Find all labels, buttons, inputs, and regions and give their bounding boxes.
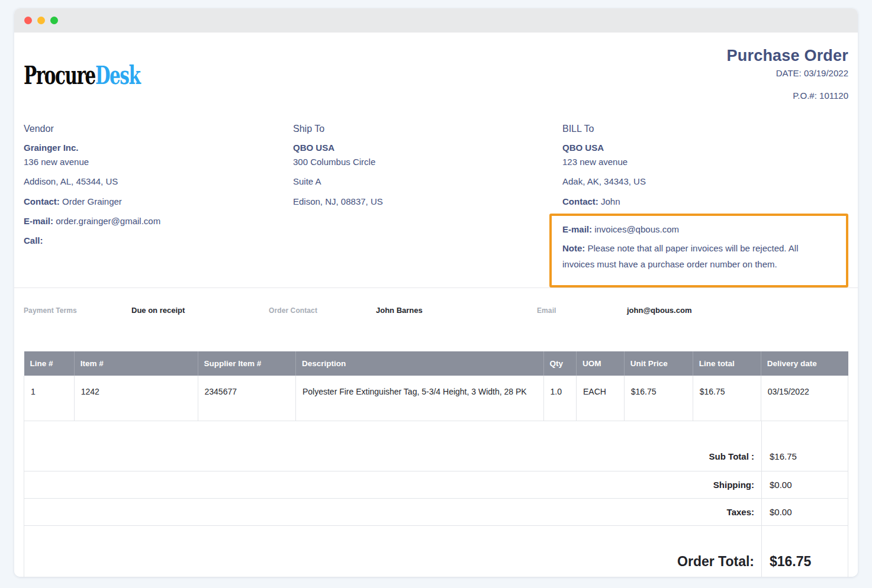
subtotal-value: $16.75 — [761, 421, 848, 471]
vendor-email-value: order.grainger@gmail.com — [56, 216, 160, 226]
vendor-contact: Contact: Order Grainger — [24, 195, 293, 209]
column-header-item: Item # — [74, 351, 198, 376]
taxes-label: Taxes: — [24, 499, 761, 525]
column-header-supplier-item: Supplier Item # — [198, 351, 295, 376]
ship-to-address-line2: Suite A — [293, 175, 562, 189]
order-contact-value: John Barnes — [376, 306, 537, 315]
shipping-value: $0.00 — [761, 471, 848, 498]
column-header-uom: UOM — [577, 351, 625, 376]
bill-to-contact-value: John — [601, 196, 620, 206]
vendor-email-label: E-mail: — [24, 216, 53, 226]
document-header: ProcureDesk Purchase Order DATE: 03/19/2… — [24, 47, 848, 118]
bill-to-heading: BILL To — [562, 122, 848, 135]
page-title: Purchase Order — [727, 47, 848, 65]
vendor-address-line1: 136 new avenue — [24, 155, 293, 169]
ship-to-address-line3: Edison, NJ, 08837, US — [293, 195, 562, 209]
po-title-block: Purchase Order DATE: 03/19/2022 P.O.#: 1… — [727, 47, 848, 101]
close-window-button[interactable] — [24, 17, 32, 24]
window-titlebar — [14, 8, 858, 33]
table-header-row: Line # Item # Supplier Item # Descriptio… — [24, 351, 848, 376]
vendor-call-label: Call: — [24, 235, 43, 245]
cell-uom: EACH — [577, 376, 625, 421]
cell-line-number: 1 — [24, 376, 75, 421]
payment-terms-label: Payment Terms — [24, 306, 131, 315]
invoice-note: Note: Please note that all paper invoice… — [562, 240, 832, 272]
bill-to-address-line1: 123 new avenue — [562, 155, 848, 169]
column-header-unit-price: Unit Price — [624, 351, 693, 376]
maximize-window-button[interactable] — [50, 17, 58, 24]
minimize-window-button[interactable] — [37, 17, 45, 24]
vendor-address-line2: Addison, AL, 45344, US — [24, 175, 293, 189]
order-meta-row: Payment Terms Due on receipt Order Conta… — [24, 306, 848, 315]
invoice-note-highlight-box: E-mail: invoices@qbous.com Note: Please … — [549, 214, 848, 287]
bill-to-contact-label: Contact: — [562, 196, 599, 206]
app-window: ProcureDesk Purchase Order DATE: 03/19/2… — [14, 8, 858, 577]
order-email-value: john@qbous.com — [627, 306, 848, 315]
bill-to-block: BILL To QBO USA 123 new avenue Adak, AK,… — [562, 122, 848, 287]
invoice-note-text: Please note that all paper invoices will… — [562, 243, 799, 269]
invoice-note-label: Note: — [562, 243, 585, 253]
payment-terms-value: Due on receipt — [131, 306, 269, 315]
taxes-row: Taxes: $0.00 — [24, 499, 848, 526]
bill-to-contact: Contact: John — [562, 195, 848, 209]
line-items-table: Line # Item # Supplier Item # Descriptio… — [24, 351, 848, 421]
vendor-email: E-mail: order.grainger@gmail.com — [24, 214, 293, 228]
totals-section: Sub Total : $16.75 Shipping: $0.00 Taxes… — [24, 421, 848, 577]
ship-to-address-line1: 300 Columbus Circle — [293, 155, 562, 169]
order-email-label: Email — [537, 306, 627, 315]
cell-delivery-date: 03/15/2022 — [761, 376, 848, 421]
column-header-qty: Qty — [543, 351, 576, 376]
column-header-delivery-date: Delivery date — [761, 351, 848, 376]
vendor-call: Call: — [24, 234, 293, 248]
vendor-heading: Vendor — [24, 122, 293, 135]
order-total-row: Order Total: $16.75 — [24, 526, 848, 577]
column-header-line-total: Line total — [693, 351, 761, 376]
vendor-name: Grainger Inc. — [24, 141, 293, 155]
subtotal-label: Sub Total : — [24, 421, 761, 471]
cell-description: Polyester Fire Extinguisher Tag, 5-3/4 H… — [295, 376, 543, 421]
order-total-label: Order Total: — [24, 526, 761, 577]
ship-to-heading: Ship To — [293, 122, 562, 135]
bill-to-address-line2: Adak, AK, 34343, US — [562, 175, 848, 189]
cell-supplier-item: 2345677 — [198, 376, 295, 421]
cell-line-total: $16.75 — [693, 376, 761, 421]
cell-qty: 1.0 — [543, 376, 576, 421]
po-number: P.O.#: 101120 — [727, 91, 848, 101]
cell-unit-price: $16.75 — [624, 376, 693, 421]
ship-to-block: Ship To QBO USA 300 Columbus Circle Suit… — [293, 122, 562, 287]
logo-text-primary: Procure — [24, 61, 95, 90]
bill-to-email: E-mail: invoices@qbous.com — [562, 221, 832, 237]
column-header-description: Description — [295, 351, 543, 376]
column-header-line: Line # — [24, 351, 75, 376]
vendor-contact-label: Contact: — [24, 196, 60, 206]
order-total-value: $16.75 — [761, 526, 848, 577]
order-contact-label: Order Contact — [269, 306, 376, 315]
vendor-block: Vendor Grainger Inc. 136 new avenue Addi… — [24, 122, 293, 287]
taxes-value: $0.00 — [761, 499, 848, 525]
logo-text-accent: Desk — [95, 61, 140, 90]
table-row: 1 1242 2345677 Polyester Fire Extinguish… — [24, 376, 848, 421]
vendor-contact-value: Order Grainger — [62, 196, 122, 206]
ship-to-name: QBO USA — [293, 141, 562, 155]
po-date: DATE: 03/19/2022 — [727, 68, 848, 78]
bill-to-email-label: E-mail: — [562, 224, 592, 234]
section-divider — [14, 287, 858, 288]
procuredesk-logo: ProcureDesk — [24, 63, 140, 88]
address-section: Vendor Grainger Inc. 136 new avenue Addi… — [24, 122, 848, 287]
purchase-order-document: ProcureDesk Purchase Order DATE: 03/19/2… — [14, 33, 858, 577]
cell-item-number: 1242 — [74, 376, 198, 421]
bill-to-email-value: invoices@qbous.com — [594, 224, 679, 234]
bill-to-name: QBO USA — [562, 141, 848, 155]
shipping-row: Shipping: $0.00 — [24, 471, 848, 499]
shipping-label: Shipping: — [24, 471, 761, 498]
subtotal-row: Sub Total : $16.75 — [24, 421, 848, 471]
